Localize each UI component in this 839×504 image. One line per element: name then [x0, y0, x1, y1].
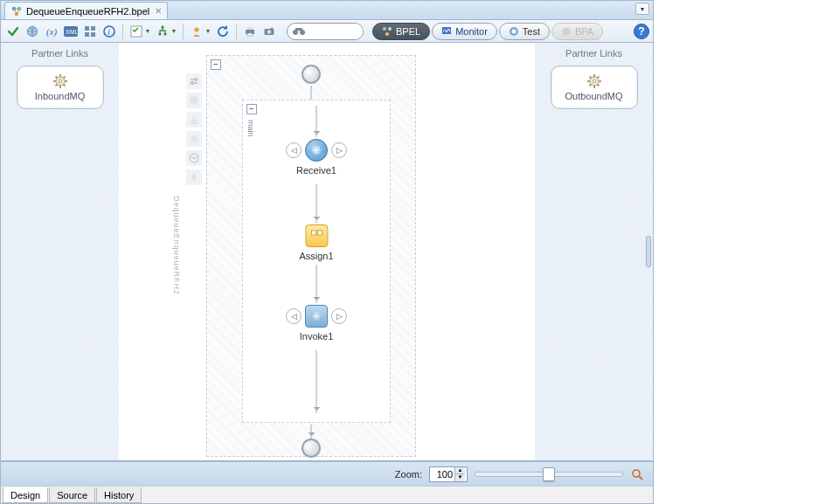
help-icon[interactable]: ?: [634, 24, 649, 39]
dropdown-arrow-icon[interactable]: ▼: [143, 23, 152, 40]
panel-title: Partner Links: [565, 48, 622, 59]
receive-icon: [305, 139, 328, 162]
next-icon[interactable]: ▷: [331, 308, 347, 324]
start-node[interactable]: [302, 65, 321, 84]
assign-activity[interactable]: Assign1: [299, 224, 333, 261]
flow-arrow: [316, 265, 317, 303]
print-icon[interactable]: [241, 23, 259, 40]
view-bpa-button[interactable]: BPA: [551, 23, 603, 40]
zoom-slider[interactable]: [475, 472, 623, 477]
view-monitor-button[interactable]: Monitor: [432, 23, 497, 40]
partner-link-inbound[interactable]: InboundMQ: [17, 66, 104, 109]
zoom-down-icon[interactable]: ▼: [454, 474, 465, 481]
tab-menu-button[interactable]: ▾: [635, 3, 649, 15]
svg-point-44: [190, 96, 198, 105]
palette-swap-icon[interactable]: [186, 73, 202, 89]
svg-point-28: [388, 27, 392, 31]
variable-icon[interactable]: (x): [43, 23, 60, 40]
tab-source[interactable]: Source: [49, 487, 95, 503]
svg-line-62: [589, 77, 591, 79]
prev-icon[interactable]: ◁: [286, 142, 302, 158]
globe-icon[interactable]: [24, 23, 41, 40]
checklist-icon[interactable]: [128, 23, 145, 40]
search-input[interactable]: [310, 24, 363, 39]
prev-icon[interactable]: ◁: [286, 308, 302, 324]
svg-rect-23: [271, 27, 274, 29]
panel-collapse-handle[interactable]: [646, 236, 651, 267]
activity-label: Assign1: [299, 251, 333, 261]
collapse-icon[interactable]: −: [246, 104, 257, 114]
tree-icon[interactable]: [154, 23, 171, 40]
close-icon[interactable]: ✕: [155, 6, 162, 16]
svg-line-40: [63, 85, 65, 86]
svg-point-17: [194, 27, 198, 31]
svg-line-42: [63, 77, 65, 79]
svg-text:i: i: [107, 26, 110, 36]
xml-icon[interactable]: XML: [62, 23, 80, 40]
next-icon[interactable]: ▷: [331, 142, 347, 158]
workarea: Partner Links InboundMQ − Deque: [1, 43, 653, 461]
partner-link-name: OutboundMQ: [565, 91, 622, 101]
view-test-button[interactable]: Test: [499, 23, 550, 40]
collapse-icon[interactable]: −: [211, 59, 221, 70]
palette-diamond-icon[interactable]: [186, 131, 202, 147]
editor-toolbar: (x) XML i ▼ ▼ ▼ BPEL Monitor Tes: [1, 20, 653, 43]
palette-back-icon[interactable]: [186, 169, 202, 185]
refresh-icon[interactable]: [214, 23, 232, 40]
user-icon[interactable]: [188, 23, 205, 40]
svg-point-33: [563, 27, 571, 35]
dropdown-arrow-icon[interactable]: ▼: [170, 23, 178, 40]
invoke-activity[interactable]: ◁ ▷ Invoke1: [286, 305, 347, 342]
invoke-icon: [305, 305, 328, 328]
panel-title: Partner Links: [31, 48, 88, 59]
tab-history[interactable]: History: [96, 487, 142, 503]
palette-circle-icon[interactable]: [186, 93, 202, 108]
search-group: [287, 23, 364, 40]
svg-point-43: [59, 79, 62, 83]
overview-icon[interactable]: [81, 23, 99, 40]
zoom-input[interactable]: [430, 469, 454, 480]
dropdown-arrow-icon[interactable]: ▼: [204, 23, 212, 40]
zoom-slider-thumb[interactable]: [543, 467, 555, 481]
flow-arrow: [316, 350, 317, 413]
info-icon[interactable]: i: [101, 23, 118, 40]
right-partner-links-panel: Partner Links OutboundMQ: [535, 43, 653, 460]
palette-triangle-icon[interactable]: [186, 112, 202, 128]
flow-arrow: [316, 184, 317, 223]
view-bpel-button[interactable]: BPEL: [372, 23, 430, 40]
activity-label: Receive1: [296, 165, 336, 176]
tab-design[interactable]: Design: [3, 487, 48, 503]
svg-point-14: [161, 25, 163, 28]
svg-rect-52: [317, 231, 322, 235]
process-scope[interactable]: − DequeueEnqueueRFH2 − main: [206, 55, 416, 457]
partner-link-outbound[interactable]: OutboundMQ: [551, 66, 638, 109]
zoom-spinner[interactable]: ▲ ▼: [429, 466, 468, 482]
binoculars-icon[interactable]: [288, 25, 310, 38]
gear-icon: [52, 73, 68, 89]
pill-label: Test: [523, 26, 540, 37]
svg-rect-7: [85, 26, 89, 31]
svg-line-65: [597, 77, 599, 79]
palette-transform-icon[interactable]: [186, 150, 202, 166]
validate-icon[interactable]: [4, 23, 22, 40]
end-node[interactable]: [302, 438, 321, 458]
gear-icon: [586, 73, 602, 89]
bpel-canvas[interactable]: − DequeueEnqueueRFH2 − main: [119, 43, 535, 460]
editor-tab[interactable]: DequeueEnqueueRFH2.bpel ✕: [4, 2, 168, 19]
svg-line-63: [597, 85, 599, 86]
activity-label: Invoke1: [300, 331, 334, 342]
main-sequence[interactable]: − main ◁ ▷ Receive1: [242, 100, 391, 423]
zoom-reset-icon[interactable]: [630, 467, 644, 481]
bpel-file-icon: [10, 5, 23, 17]
svg-rect-19: [247, 27, 253, 30]
camera-icon[interactable]: [260, 23, 278, 40]
receive-activity[interactable]: ◁ ▷ Receive1: [286, 139, 347, 176]
status-bar: Zoom: ▲ ▼: [1, 461, 653, 486]
assign-icon: [305, 224, 328, 247]
pill-label: BPEL: [396, 26, 420, 37]
zoom-up-icon[interactable]: ▲: [454, 467, 465, 474]
svg-rect-13: [131, 26, 142, 37]
svg-rect-8: [91, 26, 95, 31]
editor-tab-title: DequeueEnqueueRFH2.bpel: [26, 6, 149, 17]
bpel-editor-window: DequeueEnqueueRFH2.bpel ✕ ▾ (x) XML i ▼ …: [0, 0, 654, 504]
